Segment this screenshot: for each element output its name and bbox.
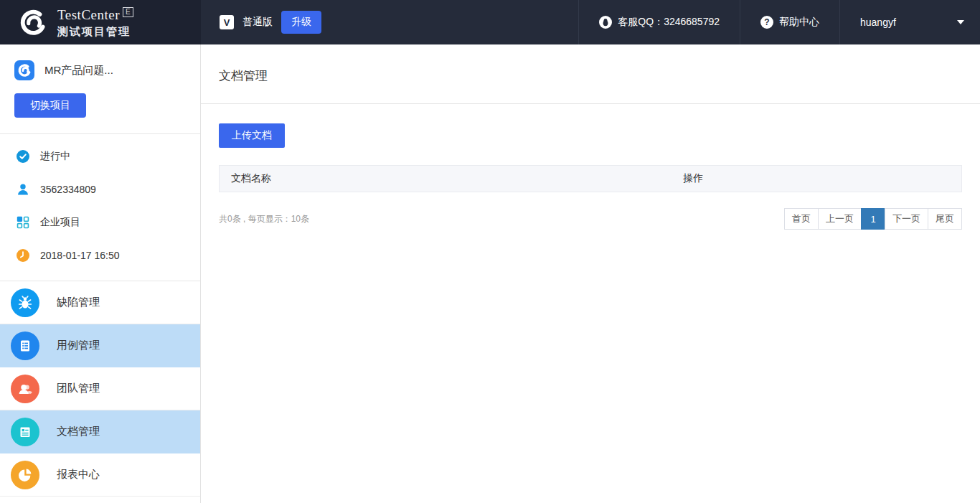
chevron-down-icon [957, 20, 964, 24]
clock-icon [16, 248, 30, 263]
sidebar-item-label: 文档管理 [57, 425, 100, 438]
project-info-list: 进行中 3562334809 企业项目 2018-01-17 16:50 [0, 134, 200, 281]
sidebar-item-team[interactable]: 团队管理 [0, 367, 200, 410]
bug-icon [11, 288, 39, 317]
version-badge-icon: V [220, 15, 234, 29]
sidebar-item-documents[interactable]: 文档管理 [0, 410, 200, 453]
sidebar-item-label: 用例管理 [57, 339, 100, 352]
project-status: 进行中 [16, 140, 200, 173]
first-page-button[interactable]: 首页 [784, 208, 819, 230]
check-circle-icon [16, 149, 30, 164]
brand-text: TestCenter E 测试项目管理 [57, 6, 133, 39]
project-block: MR产品问题... 切换项目 [0, 44, 200, 133]
content-area: 上传文档 文档名称 操作 共0条 , 每页显示：10条 首页 上一页 1 下一页… [201, 104, 980, 230]
sidebar-item-testcases[interactable]: 用例管理 [0, 324, 200, 367]
testcenter-logo-icon [17, 7, 47, 37]
user-icon [16, 182, 30, 197]
upgrade-button[interactable]: 升级 [281, 11, 321, 34]
sidebar: MR产品问题... 切换项目 进行中 3562334809 [0, 44, 201, 503]
upload-document-button[interactable]: 上传文档 [219, 123, 285, 148]
brand-name: TestCenter [57, 6, 120, 24]
brand-subtitle: 测试项目管理 [57, 25, 133, 39]
report-icon [11, 461, 39, 489]
current-page-button[interactable]: 1 [861, 208, 885, 230]
next-page-button[interactable]: 下一页 [885, 208, 928, 230]
top-header: TestCenter E 测试项目管理 V 普通版 升级 客服QQ：324668… [0, 0, 980, 44]
project-type-label: 企业项目 [40, 216, 80, 229]
pagination-bar: 共0条 , 每页显示：10条 首页 上一页 1 下一页 尾页 [219, 208, 962, 230]
page-title: 文档管理 [219, 67, 980, 84]
pagination-summary: 共0条 , 每页显示：10条 [219, 213, 309, 225]
grid-icon [16, 215, 30, 230]
column-header-document-name: 文档名称 [220, 172, 683, 185]
help-center-label: 帮助中心 [779, 16, 819, 29]
documents-table: 文档名称 操作 [219, 165, 962, 192]
table-header-row: 文档名称 操作 [219, 165, 962, 192]
version-zone: V 普通版 升级 [201, 0, 321, 44]
switch-project-button[interactable]: 切换项目 [14, 93, 86, 118]
username-label: huangyf [860, 17, 896, 28]
project-name: MR产品问题... [44, 64, 113, 77]
edition-badge: E [123, 7, 133, 17]
service-qq-label: 客服QQ：3246685792 [618, 16, 720, 29]
project-logo-icon [14, 60, 34, 80]
service-qq: 客服QQ：3246685792 [578, 0, 740, 44]
project-time: 2018-01-17 16:50 [16, 239, 200, 272]
main-content: 文档管理 上传文档 文档名称 操作 共0条 , 每页显示：10条 首页 上一页 … [201, 44, 980, 503]
sidebar-item-label: 报表中心 [57, 468, 100, 481]
project-owner: 3562334809 [16, 173, 200, 206]
project-time-label: 2018-01-17 16:50 [40, 250, 120, 261]
sidebar-item-label: 缺陷管理 [57, 296, 100, 309]
version-label: 普通版 [242, 16, 273, 29]
column-header-actions: 操作 [683, 172, 961, 185]
sidebar-item-defects[interactable]: 缺陷管理 [0, 281, 200, 324]
project-owner-label: 3562334809 [40, 184, 96, 195]
sidebar-menu: 缺陷管理 用例管理 团队管理 文档管理 [0, 281, 200, 497]
project-status-label: 进行中 [40, 150, 70, 163]
prev-page-button[interactable]: 上一页 [818, 208, 862, 230]
brand-area: TestCenter E 测试项目管理 [0, 0, 201, 44]
header-spacer [321, 0, 578, 44]
last-page-button[interactable]: 尾页 [928, 208, 962, 230]
sidebar-item-reports[interactable]: 报表中心 [0, 453, 200, 497]
user-menu[interactable]: huangyf [839, 0, 980, 44]
help-center[interactable]: ? 帮助中心 [740, 0, 839, 44]
page-head: 文档管理 [201, 44, 980, 103]
help-icon: ? [760, 16, 773, 29]
document-icon [11, 418, 39, 446]
team-icon [11, 375, 39, 403]
testcase-icon [11, 332, 39, 360]
qq-icon [599, 16, 612, 29]
sidebar-item-label: 团队管理 [57, 382, 100, 395]
project-type: 企业项目 [16, 206, 200, 239]
pagination-buttons: 首页 上一页 1 下一页 尾页 [784, 208, 962, 230]
header-right: 客服QQ：3246685792 ? 帮助中心 huangyf [578, 0, 980, 44]
